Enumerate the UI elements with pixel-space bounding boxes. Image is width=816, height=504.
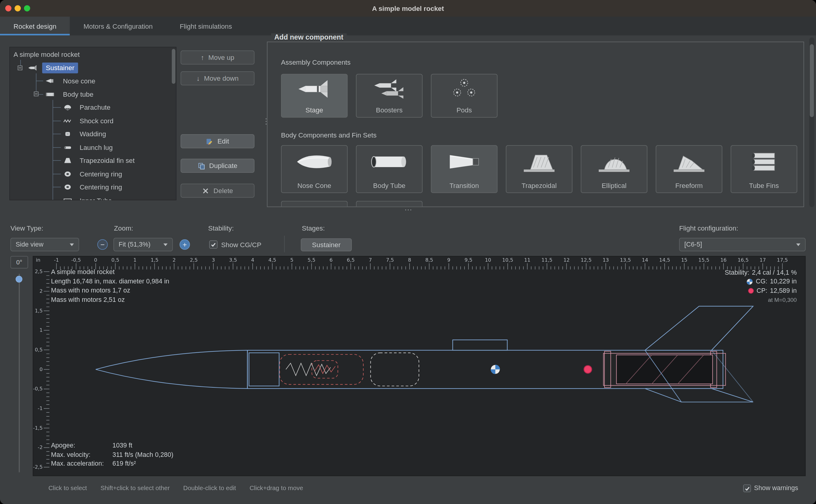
tree-item-wadding[interactable]: Wadding bbox=[10, 128, 176, 141]
add-freeform-fin-button[interactable]: Freeform bbox=[656, 145, 722, 193]
cp-marker[interactable] bbox=[584, 366, 592, 373]
svg-text:13,5: 13,5 bbox=[620, 257, 631, 263]
tree-item-parachute[interactable]: Parachute bbox=[10, 101, 176, 114]
tree-item-label: Nose cone bbox=[63, 74, 95, 87]
transition-icon bbox=[445, 149, 484, 174]
cg-marker[interactable] bbox=[491, 365, 500, 374]
tree-item-inner-tube[interactable]: Inner Tube bbox=[10, 194, 176, 200]
stage-icon bbox=[295, 78, 334, 101]
svg-text:1,5: 1,5 bbox=[35, 308, 43, 314]
tree-item-trapezoidal-fin-set[interactable]: Trapezoidal fin set bbox=[10, 154, 176, 167]
partial-component-button[interactable] bbox=[356, 201, 423, 207]
flight-configuration-label: Flight configuration: bbox=[679, 224, 738, 232]
shock-cord-icon bbox=[62, 118, 73, 124]
fin-lower bbox=[645, 389, 753, 402]
delete-button[interactable]: Delete bbox=[181, 184, 255, 198]
svg-text:3,5: 3,5 bbox=[229, 257, 237, 263]
cp-value: 12,589 in bbox=[770, 287, 797, 294]
tree-item-nose-cone[interactable]: Nose cone bbox=[10, 74, 176, 87]
component-label: Pods bbox=[431, 106, 497, 114]
tube-fins-icon bbox=[744, 149, 784, 174]
svg-text:1: 1 bbox=[133, 257, 136, 263]
chevron-down-icon bbox=[796, 243, 801, 246]
component-label: Nose Cone bbox=[282, 182, 347, 189]
splitter-handle-horizontal[interactable]: ⋯ bbox=[404, 207, 412, 212]
svg-text:-2,5: -2,5 bbox=[33, 464, 43, 470]
shock-cord-outline bbox=[280, 354, 363, 384]
show-cgcp-label: Show CG/CP bbox=[221, 241, 261, 249]
svg-text:10,5: 10,5 bbox=[502, 257, 513, 263]
svg-text:13: 13 bbox=[603, 257, 609, 263]
edit-label: Edit bbox=[217, 137, 229, 145]
tree-item-label: Trapezoidal fin set bbox=[79, 154, 134, 167]
add-boosters-button[interactable]: Boosters bbox=[356, 74, 423, 118]
tree-item-label: A simple model rocket bbox=[14, 48, 80, 61]
parachute-outline bbox=[371, 353, 419, 386]
tree-scrollbar[interactable] bbox=[172, 49, 175, 84]
svg-text:2,5: 2,5 bbox=[190, 257, 198, 263]
svg-text:-0,5: -0,5 bbox=[33, 386, 43, 392]
centering-ring-icon bbox=[62, 184, 73, 190]
tree-item-shock-cord[interactable]: Shock cord bbox=[10, 115, 176, 128]
tree-item-centering-ring-2[interactable]: Centering ring bbox=[10, 181, 176, 194]
zoom-value: Fit (51,3%) bbox=[119, 241, 160, 248]
svg-text:9,5: 9,5 bbox=[465, 257, 472, 263]
up-arrow-icon: ↑ bbox=[201, 53, 204, 61]
hint-click-drag: Click+drag to move bbox=[250, 484, 303, 492]
tab-motors-configuration[interactable]: Motors & Configuration bbox=[70, 17, 166, 35]
duplicate-label: Duplicate bbox=[209, 162, 237, 170]
add-tube-fins-button[interactable]: Tube Fins bbox=[731, 145, 797, 193]
rocket-canvas[interactable]: -1-0,500,511,522,533,544,555,566,577,588… bbox=[33, 256, 805, 476]
show-warnings-checkbox[interactable] bbox=[743, 484, 751, 492]
panel-scrollbar-thumb[interactable] bbox=[810, 44, 814, 117]
component-tree[interactable]: A simple model rocket Sustainer Nose con… bbox=[9, 47, 176, 200]
svg-text:0,5: 0,5 bbox=[112, 257, 119, 263]
tree-item-sustainer[interactable]: Sustainer bbox=[10, 61, 176, 74]
zoom-out-button[interactable]: − bbox=[97, 239, 108, 250]
partial-component-button[interactable] bbox=[281, 201, 348, 207]
check-icon bbox=[210, 241, 217, 248]
duplicate-button[interactable]: Duplicate bbox=[181, 159, 255, 173]
show-cgcp-checkbox[interactable] bbox=[209, 241, 218, 249]
tree-item-label: Shock cord bbox=[79, 115, 113, 128]
rotation-value: 0° bbox=[16, 259, 22, 266]
rotation-angle[interactable]: 0° bbox=[10, 256, 28, 268]
rocket-name-line: A simple model rocket bbox=[51, 268, 169, 277]
trapezoidal-fin-icon bbox=[519, 149, 559, 174]
move-down-button[interactable]: ↓ Move down bbox=[181, 71, 255, 85]
view-type-select[interactable]: Side view bbox=[10, 238, 79, 251]
add-elliptical-fin-button[interactable]: Elliptical bbox=[581, 145, 647, 193]
freeform-fin-icon bbox=[669, 149, 709, 174]
max-acceleration-caption: Max. acceleration: bbox=[51, 460, 112, 467]
rotation-slider-track[interactable] bbox=[19, 274, 20, 473]
tab-rocket-design[interactable]: Rocket design bbox=[0, 17, 70, 35]
add-pods-button[interactable]: Pods bbox=[431, 74, 497, 118]
stage-sustainer-toggle[interactable]: Sustainer bbox=[301, 238, 352, 251]
stages-label: Stages: bbox=[302, 224, 325, 232]
mach-note: at M=0,300 bbox=[768, 297, 797, 303]
main-tab-bar: Rocket design Motors & Configuration Fli… bbox=[0, 17, 816, 35]
add-stage-button[interactable]: Stage bbox=[281, 74, 348, 118]
zoom-select[interactable]: Fit (51,3%) bbox=[113, 238, 173, 251]
tree-item-centering-ring-1[interactable]: Centering ring bbox=[10, 167, 176, 180]
move-up-button[interactable]: ↑ Move up bbox=[181, 50, 255, 64]
svg-text:5,5: 5,5 bbox=[308, 257, 316, 263]
add-body-tube-button[interactable]: Body Tube bbox=[356, 145, 423, 193]
tree-item-rocket[interactable]: A simple model rocket bbox=[10, 48, 176, 61]
zoom-in-button[interactable]: + bbox=[180, 239, 190, 250]
tree-item-launch-lug[interactable]: Launch lug bbox=[10, 141, 176, 154]
collapse-handle-sustainer[interactable] bbox=[18, 66, 22, 70]
tree-item-label: Wadding bbox=[79, 128, 106, 141]
flight-configuration-select[interactable]: [C6-5] bbox=[679, 238, 805, 251]
add-trapezoidal-fin-button[interactable]: Trapezoidal bbox=[506, 145, 572, 193]
collapse-handle-body-tube[interactable] bbox=[34, 92, 38, 96]
rocket-drawing[interactable] bbox=[96, 306, 753, 402]
launch-lug-icon bbox=[62, 144, 73, 151]
tab-flight-simulations[interactable]: Flight simulations bbox=[166, 17, 245, 35]
rocket-icon bbox=[25, 65, 39, 71]
edit-button[interactable]: Edit bbox=[181, 134, 255, 148]
add-transition-button[interactable]: Transition bbox=[431, 145, 497, 193]
rotation-slider-knob[interactable] bbox=[16, 276, 22, 283]
nose-cone-outline bbox=[96, 350, 248, 389]
add-nose-cone-button[interactable]: Nose Cone bbox=[281, 145, 348, 193]
